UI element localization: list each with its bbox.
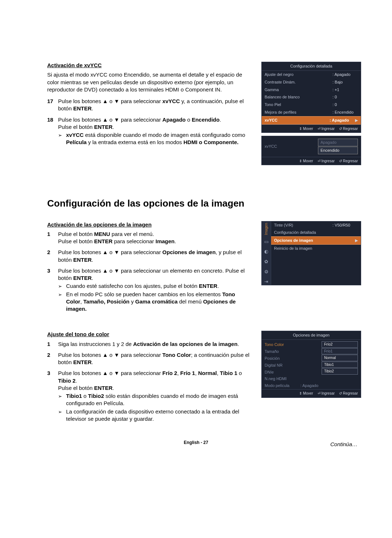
text: Cuando esté satisfecho con los ajustes, … [66,283,199,289]
step-body: Pulse los botones ▲ o ▼ para seleccionar… [58,351,250,366]
step-number: 2 [47,249,58,264]
step-body: Pulse los botones ▲ o ▼ para seleccionar… [58,249,250,264]
text: . [237,341,239,347]
text: , [195,370,198,376]
text: y [130,298,135,305]
osd-row[interactable]: Configuración detallada [271,229,361,236]
option-frío2[interactable]: Frío2 [322,341,358,348]
step-17: 17 Pulse los botones ▲ o ▼ para seleccio… [47,98,250,113]
osd-key: Tinte (V/R) [274,223,332,228]
osd-row[interactable]: Reinicio de la imagen [271,245,361,252]
ingresar-hint: ⏎ Ingresar [318,391,335,396]
tv-icon[interactable]: ▭ [264,239,269,245]
ingresar-hint: ⏎ Ingresar [318,126,335,131]
note-body: En el modo PC sólo se pueden hacer cambi… [66,291,250,313]
text: Pulse el botón [58,385,94,391]
text: está disponible cuando el modo de imagen… [83,132,245,138]
section-xvycc: Activación de xvYCC Si ajusta el modo xv… [47,62,361,168]
osd-row[interactable]: Digital NR [265,362,322,369]
osd-row[interactable]: Posición [265,355,322,362]
text-bold: xvYCC [66,132,83,138]
note-config: La configuración de cada dispositivo ext… [58,408,250,423]
text: Regresar [343,159,358,163]
text: Pulse los botones ▲ o ▼ para seleccionar [58,98,162,104]
section-xvycc-text: Activación de xvYCC Si ajusta el modo xv… [47,62,250,168]
osd-row[interactable]: Mejora de perfiles: Encendido [262,109,361,116]
text-bold: ENTER [73,359,92,365]
osd-key: Tono Piel [265,102,332,107]
text-bold: Película [66,139,87,145]
sound-icon[interactable]: ◐ [264,248,268,255]
intro-xvycc: Si ajusta el modo xvYCC como Encendido, … [47,71,250,93]
text: o [186,117,192,123]
osd-options: Apagado Encendido [318,138,358,155]
text-bold: Tibio 2 [58,378,75,384]
text-bold: ENTER [73,105,92,111]
osd-row-xvycc[interactable]: xvYCC : Apagado ▶ [262,116,361,125]
gear-icon[interactable]: ✿ [264,258,268,265]
text-bold: Tono Color [162,352,191,358]
text: Regresar [343,127,358,131]
step-2: 2 Pulse los botones ▲ o ▼ para seleccion… [47,351,250,366]
text: Pulse los botones ▲ o ▼ para seleccionar [58,249,162,255]
osd-option-list: Frío2Frío1NormalTibio1Tibio2 [322,341,358,389]
text: Pulse el botón [58,231,94,237]
arrow-icon [58,291,66,313]
osd-column-3: Opciones de imagen Tono ColorTamañoPosic… [261,331,361,426]
mover-hint: ⇕ Mover [299,391,313,396]
text-bold: Encendido [192,117,220,123]
text-bold: Normal [198,370,217,376]
option-tibio1[interactable]: Tibio1 [322,362,358,368]
text: Mover [303,391,313,395]
osd-row[interactable]: Ajuste del negro: Apagado [262,71,361,78]
osd-value: : Encendido [332,110,358,115]
osd-body: Imagen ▭ ◐ ✿ ⚙ ⇥ Tinte (V/R) : V50/R50 C… [262,221,361,285]
text: para seleccionar [113,238,155,244]
osd-row[interactable]: Tamaño [265,348,322,355]
osd-key: Ajuste del negro [265,72,332,77]
osd-row[interactable]: N.neg HDMI [265,375,322,382]
osd-row[interactable]: Tono Piel: 0 [262,101,361,109]
text: Siga las instrucciones 1 y 2 de [58,341,133,347]
regresar-hint: ↺ Regresar [339,126,358,131]
text: , [217,370,220,376]
arrow-icon [58,131,66,146]
osd-row[interactable]: Modo película: Apagado [265,382,322,389]
text: . [175,238,176,244]
osd-value: : 0 [332,102,358,107]
osd-row-opciones[interactable]: Opciones de imagen ▶ [271,236,361,245]
option-normal[interactable]: Normal [322,355,358,361]
text-bold: ENTER [94,238,113,244]
osd-row[interactable]: Tono Color [265,341,322,348]
osd-footer: ⇕ Mover ⏎ Ingresar ↺ Regresar [262,125,361,133]
note-body: xvYCC está disponible cuando el modo de … [66,131,250,146]
input-icon[interactable]: ⇥ [264,278,268,285]
osd-key: Mejora de perfiles [265,110,332,115]
option-apagado[interactable]: Apagado [318,139,358,146]
osd-value: : 0 [332,94,358,100]
osd-row[interactable]: Contraste Dinám.: Bajo [262,78,361,86]
osd-row[interactable]: Balanceo de blanco: 0 [262,93,361,101]
osd-footer: ⇕ Mover ⏎ Ingresar ↺ Regresar [262,157,361,165]
text-bold: Frío 1 [180,370,195,376]
osd-footer: ⇕ Mover ⏎ Ingresar ↺ Regresar [262,389,361,398]
arrow-icon [58,408,66,423]
note-tibio: Tibio1 o Tibio2 sólo están disponibles c… [58,392,250,407]
text-bold: Tibio 1 [220,370,237,376]
osd-row[interactable]: DNIe [265,369,322,376]
text: Pulse los botones ▲ o ▼ para seleccionar [58,117,162,123]
step-body: Pulse el botón MENU para ver el menú. Pu… [58,231,250,245]
option-frío1[interactable]: Frío1 [322,348,358,355]
mover-hint: ⇕ Mover [299,159,313,164]
option-encendido[interactable]: Encendido [318,147,358,154]
osd-key: Reinicio de la imagen [274,246,358,251]
osd-xvycc-body: xvYCC Apagado Encendido [262,136,361,157]
osd-column-1: Configuración detallada Ajuste del negro… [261,62,361,168]
osd-row: Tinte (V/R) : V50/R50 [271,221,361,229]
text: Ingresar [321,159,335,163]
section-opciones-text: Activación de las opciones de la imagen … [47,221,250,317]
text-bold: HDMI o Componente. [184,139,239,145]
settings-icon[interactable]: ⚙ [264,269,269,275]
osd-row[interactable]: Gamma: +1 [262,86,361,94]
option-tibio2[interactable]: Tibio2 [322,368,358,375]
